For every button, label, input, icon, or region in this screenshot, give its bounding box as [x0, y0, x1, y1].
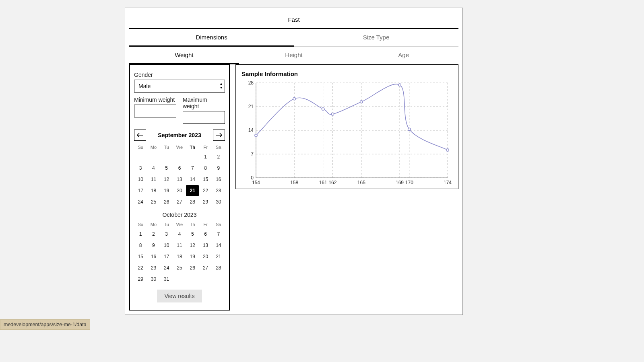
- chart-line: [256, 84, 448, 150]
- tab-dimensions[interactable]: Dimensions: [129, 29, 294, 47]
- calendar-day[interactable]: 1: [199, 151, 212, 162]
- calendar-day[interactable]: 6: [199, 228, 212, 240]
- calendar-day[interactable]: 22: [134, 262, 147, 274]
- calendar-next-button[interactable]: [213, 130, 225, 141]
- calendar-day[interactable]: 29: [134, 274, 147, 285]
- calendar-day[interactable]: 29: [199, 196, 212, 208]
- calendar-day[interactable]: 28: [186, 196, 199, 208]
- calendar-day[interactable]: 11: [173, 240, 186, 251]
- tab-height[interactable]: Height: [239, 47, 349, 64]
- calendar-day[interactable]: 21: [212, 251, 225, 262]
- calendar-day[interactable]: 22: [199, 185, 212, 196]
- gender-select[interactable]: Male ▴▾: [134, 80, 225, 93]
- calendar-header: September 2023: [134, 130, 225, 141]
- calendar-day[interactable]: 25: [147, 196, 160, 208]
- calendar-dow: Tu: [160, 220, 173, 228]
- calendar-day[interactable]: 25: [173, 262, 186, 274]
- calendar-day[interactable]: 17: [160, 251, 173, 262]
- max-weight-input[interactable]: [183, 111, 225, 124]
- x-tick-label: 165: [357, 180, 365, 185]
- tab-size-type[interactable]: Size Type: [294, 29, 458, 46]
- calendar-day[interactable]: 20: [173, 185, 186, 196]
- calendar-day[interactable]: 19: [186, 251, 199, 262]
- x-tick-label: 158: [290, 180, 298, 185]
- calendar-day[interactable]: 14: [186, 174, 199, 185]
- calendar-day[interactable]: 26: [186, 262, 199, 274]
- tabs-level-0: Fast: [129, 12, 458, 29]
- calendar-day[interactable]: 4: [147, 162, 160, 174]
- calendar-day[interactable]: 3: [160, 228, 173, 240]
- calendar-day[interactable]: 21: [186, 185, 199, 196]
- calendar-day[interactable]: 5: [186, 228, 199, 240]
- calendar-day[interactable]: 15: [199, 174, 212, 185]
- calendar-day[interactable]: 1: [134, 228, 147, 240]
- calendar-day[interactable]: 10: [160, 240, 173, 251]
- calendar-day[interactable]: 12: [186, 240, 199, 251]
- chart-point: [331, 113, 334, 115]
- app-container: Fast Dimensions Size Type Weight Height …: [125, 8, 463, 315]
- calendar-day[interactable]: 8: [134, 240, 147, 251]
- calendar-day[interactable]: 19: [160, 185, 173, 196]
- tab-age[interactable]: Age: [349, 47, 458, 64]
- calendar-day[interactable]: 20: [199, 251, 212, 262]
- x-tick-label: 170: [405, 180, 413, 185]
- calendar-day[interactable]: 5: [160, 162, 173, 174]
- calendar-day[interactable]: 16: [212, 174, 225, 185]
- calendar-day[interactable]: 15: [134, 251, 147, 262]
- calendar-day[interactable]: 27: [173, 196, 186, 208]
- calendar-day[interactable]: 6: [173, 162, 186, 174]
- x-tick-label: 169: [396, 180, 404, 185]
- calendar-day[interactable]: 11: [147, 174, 160, 185]
- calendar-dow: Fr: [199, 220, 212, 228]
- calendar-day[interactable]: 18: [147, 185, 160, 196]
- calendar-day[interactable]: 9: [212, 162, 225, 174]
- chart-point: [446, 149, 449, 151]
- calendar-day[interactable]: 4: [173, 228, 186, 240]
- tab-weight[interactable]: Weight: [129, 47, 239, 64]
- calendar-day[interactable]: 30: [147, 274, 160, 285]
- calendar-dow: Sa: [212, 220, 225, 228]
- calendar-day[interactable]: 14: [212, 240, 225, 251]
- calendar-day[interactable]: 18: [173, 251, 186, 262]
- calendar-day[interactable]: 30: [212, 196, 225, 208]
- tab-fast[interactable]: Fast: [129, 12, 458, 29]
- calendar-day[interactable]: 12: [160, 174, 173, 185]
- view-results-button[interactable]: View results: [157, 290, 202, 302]
- gender-select-value: Male: [138, 83, 151, 89]
- calendar-prev-button[interactable]: [134, 130, 146, 141]
- calendar-day[interactable]: 2: [212, 151, 225, 162]
- calendar-day[interactable]: 13: [199, 240, 212, 251]
- calendar-day[interactable]: 24: [160, 262, 173, 274]
- calendar-day[interactable]: 7: [186, 162, 199, 174]
- gender-label: Gender: [134, 72, 225, 78]
- calendar-day[interactable]: 3: [134, 162, 147, 174]
- calendar-empty-cell: [147, 151, 160, 162]
- calendar-day[interactable]: 8: [199, 162, 212, 174]
- y-tick-label: 7: [251, 151, 254, 157]
- calendar-day[interactable]: 27: [199, 262, 212, 274]
- min-weight-label: Minimum weight: [134, 97, 176, 103]
- calendar-day[interactable]: 7: [212, 228, 225, 240]
- calendar-day[interactable]: 9: [147, 240, 160, 251]
- calendar-day[interactable]: 17: [134, 185, 147, 196]
- arrow-left-icon: [137, 133, 143, 138]
- calendar-day[interactable]: 26: [160, 196, 173, 208]
- calendar-day[interactable]: 24: [134, 196, 147, 208]
- min-weight-input[interactable]: [134, 105, 176, 117]
- calendar-day[interactable]: 2: [147, 228, 160, 240]
- calendar-day[interactable]: 23: [212, 185, 225, 196]
- calendar-day[interactable]: 31: [160, 274, 173, 285]
- calendar-day[interactable]: 13: [173, 174, 186, 185]
- chart-point: [293, 97, 295, 100]
- x-tick-label: 174: [444, 180, 452, 185]
- calendar-empty-cell: [160, 151, 173, 162]
- calendar-day[interactable]: 28: [212, 262, 225, 274]
- chart-point: [255, 134, 257, 136]
- calendar-day[interactable]: 16: [147, 251, 160, 262]
- calendar-dow: We: [173, 143, 186, 151]
- calendar-day[interactable]: 23: [147, 262, 160, 274]
- chart-svg: 07142128154158161162165169170174: [239, 80, 452, 187]
- calendar-day[interactable]: 10: [134, 174, 147, 185]
- y-tick-label: 21: [248, 104, 254, 109]
- x-tick-label: 161: [319, 180, 327, 185]
